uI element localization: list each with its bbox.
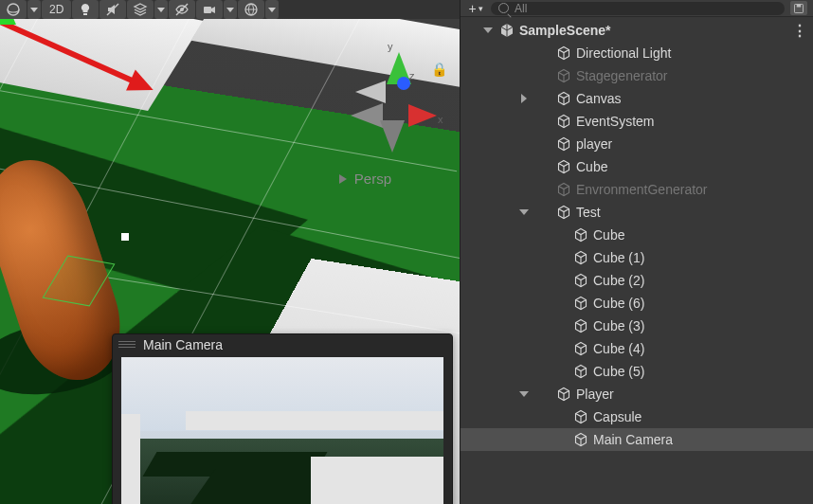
hierarchy-item[interactable]: Main Camera (461, 428, 813, 451)
hierarchy-search[interactable]: All (491, 2, 785, 15)
gameobject-cube-icon (572, 408, 589, 425)
gameobject-cube-icon (572, 363, 589, 380)
gizmo-x-axis[interactable] (408, 104, 437, 127)
gameobject-cube-icon (555, 158, 572, 175)
projection-label: Persp (354, 171, 391, 187)
svg-point-0 (8, 4, 19, 15)
hierarchy-item-label: EnvronmentGenerator (576, 182, 805, 197)
gameobject-cube-icon (555, 90, 572, 107)
hierarchy-item-label: Capsule (593, 409, 805, 424)
hierarchy-item[interactable]: Cube (461, 224, 813, 246)
hierarchy-item-label: Cube (576, 159, 805, 174)
gameobject-cube-icon (555, 45, 572, 62)
hierarchy-tree: SampleScene* ⋮ Directional LightStagegen… (461, 17, 813, 451)
hierarchy-item[interactable]: Player (461, 383, 813, 405)
hierarchy-item-label: Player (576, 387, 805, 402)
gizmos-dropdown[interactable] (265, 0, 279, 19)
expand-arrow-icon[interactable] (517, 387, 531, 401)
svg-rect-8 (797, 4, 802, 7)
audio-toggle-button[interactable] (99, 0, 126, 19)
gizmo-neg-axis[interactable] (351, 103, 383, 128)
hierarchy-panel: + All SampleScene* ⋮ Directional LightSt… (460, 0, 813, 504)
hierarchy-item[interactable]: player (461, 133, 813, 155)
audio-icon (105, 2, 120, 17)
projection-icon (339, 174, 347, 184)
create-button[interactable]: + (466, 2, 485, 15)
hierarchy-item-label: Cube (1) (593, 250, 805, 265)
hierarchy-item-label: Test (576, 205, 805, 220)
hierarchy-item[interactable]: EnvronmentGenerator (461, 178, 813, 201)
expand-arrow-icon[interactable] (517, 92, 531, 105)
hierarchy-item[interactable]: Canvas (461, 87, 813, 110)
shaded-mode-dropdown[interactable] (27, 0, 41, 19)
camera-preview-header[interactable]: Main Camera (113, 334, 452, 355)
scene-camera-button[interactable] (196, 0, 223, 19)
hierarchy-item[interactable]: Cube (2) (461, 269, 813, 292)
hierarchy-item[interactable]: Capsule (461, 405, 813, 428)
projection-toggle[interactable]: Persp (339, 171, 391, 187)
gizmo-z-label: z (409, 70, 415, 81)
hierarchy-item[interactable]: Cube (6) (461, 292, 813, 315)
camera-icon (202, 2, 217, 17)
hierarchy-item[interactable]: Directional Light (461, 42, 813, 64)
hierarchy-item[interactable]: Test (461, 201, 813, 224)
search-icon (498, 3, 509, 13)
camera-preview-title: Main Camera (143, 337, 223, 352)
scene-view[interactable]: 2D (0, 0, 460, 504)
orientation-gizmo[interactable]: y x z (355, 52, 441, 156)
hierarchy-item-label: Canvas (576, 91, 805, 106)
gizmos-button[interactable] (238, 0, 264, 19)
gizmo-z-axis[interactable] (397, 77, 410, 90)
gameobject-cube-icon (555, 386, 572, 403)
hierarchy-item[interactable]: Cube (5) (461, 360, 813, 383)
gameobject-cube-icon (572, 249, 589, 266)
hierarchy-item-label: Stagegenerator (576, 68, 805, 83)
svg-rect-5 (204, 7, 211, 13)
scene-row[interactable]: SampleScene* ⋮ (461, 19, 813, 42)
hierarchy-item[interactable]: Cube (1) (461, 246, 813, 269)
hierarchy-item-label: Cube (2) (593, 273, 805, 288)
gameobject-cube-icon (555, 67, 572, 84)
layers-icon (133, 2, 148, 17)
hierarchy-item[interactable]: EventSystem (461, 110, 813, 133)
save-icon (793, 3, 804, 14)
lightbulb-icon (78, 2, 93, 17)
hidden-objects-button[interactable] (169, 0, 195, 19)
camera-preview-render (121, 357, 443, 504)
search-placeholder: All (515, 2, 527, 15)
scene-picker-button[interactable] (790, 1, 807, 15)
effects-dropdown[interactable] (154, 0, 168, 19)
hierarchy-item-label: Directional Light (576, 45, 805, 61)
gameobject-cube-icon (572, 317, 589, 334)
hierarchy-header: + All (461, 0, 813, 17)
hierarchy-item-label: Cube (5) (593, 364, 805, 379)
gizmo-neg-axis[interactable] (380, 120, 405, 153)
axis-center-handle[interactable] (121, 233, 129, 241)
sphere-icon (6, 2, 21, 17)
svg-rect-1 (83, 13, 87, 15)
toggle-2d-button[interactable]: 2D (42, 0, 71, 19)
eye-off-icon (174, 2, 190, 17)
hierarchy-item-label: EventSystem (576, 114, 805, 129)
scene-camera-dropdown[interactable] (224, 0, 237, 19)
scene-menu-button[interactable]: ⋮ (792, 22, 805, 40)
hierarchy-item[interactable]: Stagegenerator (461, 64, 813, 87)
expand-arrow-icon[interactable] (517, 206, 531, 219)
effects-toggle-button[interactable] (127, 0, 154, 19)
hierarchy-item[interactable]: Cube (461, 155, 813, 178)
hierarchy-item[interactable]: Cube (3) (461, 315, 813, 337)
shaded-mode-button[interactable] (0, 0, 27, 19)
gizmo-x-label: x (438, 114, 443, 125)
camera-preview-window[interactable]: Main Camera (112, 333, 453, 504)
expand-arrow-icon[interactable] (481, 24, 495, 37)
scene-3d-render[interactable]: 🔒 y x z Persp Main Camera (0, 19, 460, 504)
hierarchy-item-label: Main Camera (593, 432, 805, 447)
grip-icon (118, 341, 136, 349)
hierarchy-item-label: Cube (6) (593, 296, 805, 311)
gameobject-cube-icon (555, 113, 572, 130)
gameobject-cube-icon (572, 295, 589, 312)
unity-icon (498, 22, 515, 39)
hierarchy-item[interactable]: Cube (4) (461, 337, 813, 360)
gizmo-neg-axis[interactable] (355, 81, 386, 103)
lighting-toggle-button[interactable] (72, 0, 99, 19)
